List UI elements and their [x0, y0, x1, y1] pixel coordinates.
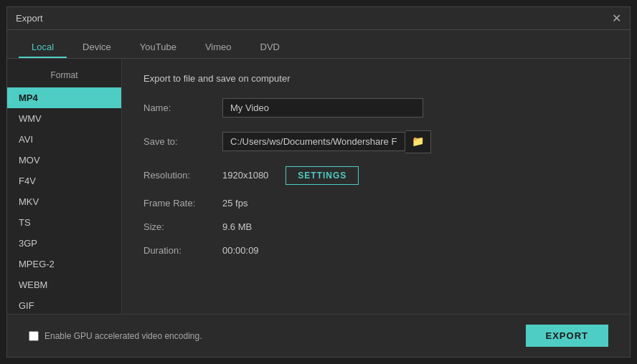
tab-youtube[interactable]: YouTube	[127, 37, 189, 58]
main-panel: Export to file and save on computer Name…	[122, 59, 630, 314]
format-item-f4v[interactable]: F4V	[7, 171, 121, 191]
export-button[interactable]: EXPORT	[526, 325, 608, 347]
format-item-avi[interactable]: AVI	[7, 129, 121, 150]
format-item-mpeg2[interactable]: MPEG-2	[7, 254, 121, 274]
name-input[interactable]	[222, 98, 423, 118]
name-label: Name:	[143, 102, 222, 113]
duration-row: Duration: 00:00:09	[143, 245, 608, 256]
format-item-ts[interactable]: TS	[7, 212, 121, 233]
gpu-checkbox[interactable]	[29, 331, 39, 341]
duration-label: Duration:	[143, 245, 222, 256]
resolution-row: Resolution: 1920x1080 SETTINGS	[143, 166, 608, 185]
section-title: Export to file and save on computer	[143, 73, 608, 84]
gpu-checkbox-label[interactable]: Enable GPU accelerated video encoding.	[29, 331, 202, 341]
format-item-mkv[interactable]: MKV	[7, 191, 121, 212]
size-value: 9.6 MB	[222, 221, 252, 232]
format-item-webm[interactable]: WEBM	[7, 274, 121, 295]
folder-icon: 📁	[412, 135, 424, 147]
path-input[interactable]	[222, 132, 405, 151]
browse-folder-button[interactable]: 📁	[405, 130, 431, 153]
format-item-mov[interactable]: MOV	[7, 150, 121, 171]
tab-vimeo[interactable]: Vimeo	[192, 37, 245, 58]
format-header: Format	[7, 67, 121, 87]
export-window: Export ✕ Local Device YouTube Vimeo DVD …	[6, 6, 631, 358]
format-item-gif[interactable]: GIF	[7, 295, 121, 314]
save-to-row: Save to: 📁	[143, 130, 608, 153]
title-bar: Export ✕	[7, 7, 630, 30]
format-item-3gp[interactable]: 3GP	[7, 233, 121, 254]
content-area: Format MP4 WMV AVI MOV F4V MKV TS 3GP MP…	[7, 59, 630, 314]
resolution-label: Resolution:	[143, 170, 222, 181]
close-button[interactable]: ✕	[612, 13, 621, 24]
save-to-label: Save to:	[143, 136, 222, 147]
duration-value: 00:00:09	[222, 245, 259, 256]
resolution-value: 1920x1080	[222, 170, 268, 181]
tab-bar: Local Device YouTube Vimeo DVD	[7, 30, 630, 59]
frame-rate-label: Frame Rate:	[143, 198, 222, 209]
frame-rate-value: 25 fps	[222, 198, 247, 209]
name-row: Name:	[143, 98, 608, 118]
size-label: Size:	[143, 221, 222, 232]
resolution-value-row: 1920x1080 SETTINGS	[222, 166, 359, 185]
tab-device[interactable]: Device	[70, 37, 124, 58]
settings-button[interactable]: SETTINGS	[286, 166, 359, 185]
frame-rate-row: Frame Rate: 25 fps	[143, 198, 608, 209]
format-item-wmv[interactable]: WMV	[7, 108, 121, 129]
gpu-label-text: Enable GPU accelerated video encoding.	[44, 331, 202, 341]
format-item-mp4[interactable]: MP4	[7, 87, 121, 108]
path-input-wrapper: 📁	[222, 130, 431, 153]
tab-local[interactable]: Local	[19, 37, 67, 58]
format-sidebar: Format MP4 WMV AVI MOV F4V MKV TS 3GP MP…	[7, 59, 122, 314]
size-row: Size: 9.6 MB	[143, 221, 608, 232]
tab-dvd[interactable]: DVD	[247, 37, 293, 58]
window-title: Export	[16, 13, 43, 24]
bottom-bar: Enable GPU accelerated video encoding. E…	[7, 314, 630, 357]
